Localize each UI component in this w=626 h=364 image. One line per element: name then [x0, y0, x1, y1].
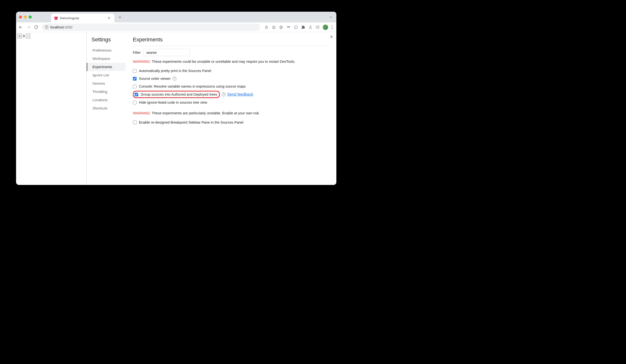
experiment-label: Source order viewer [139, 77, 171, 80]
send-feedback-link[interactable]: Send feedback [227, 92, 253, 97]
page-pane: + 0 - [16, 32, 87, 185]
kebab-menu-icon[interactable] [331, 25, 332, 29]
url-text: localhost:4200 [50, 25, 72, 29]
warning-1: WARNING: These experiments could be unst… [133, 60, 329, 64]
experiment-checkbox[interactable] [133, 77, 137, 80]
experiment-label: Automatically pretty print in the Source… [139, 69, 211, 73]
experiment-row: Hide ignore-listed code in sources tree … [133, 99, 207, 106]
sidebar-item-preferences[interactable]: Preferences [91, 46, 126, 55]
experiment-row: Enable re-designed Breakpoint Sidebar Pa… [133, 118, 243, 126]
experiment-label: Hide ignore-listed code in sources tree … [139, 101, 207, 104]
experiment-row: Source order viewer [133, 75, 171, 82]
settings-main: Experiments Filter WARNING: These experi… [126, 32, 336, 185]
settings-title: Settings [91, 36, 126, 43]
sidebar-item-throttling[interactable]: Throttling [91, 88, 126, 96]
maximize-window-button[interactable] [29, 16, 32, 18]
browser-tab[interactable]: DemoAngular ✕ [51, 14, 114, 22]
warning-2: WARNING: These experiments are particula… [133, 111, 329, 115]
experiment-checkbox[interactable] [133, 85, 137, 88]
angular-icon [54, 16, 58, 20]
svg-point-9 [280, 26, 283, 29]
extension-icons [263, 25, 334, 30]
extension-icon-3[interactable] [294, 25, 298, 29]
sidebar-item-workspace[interactable]: Workspace [91, 55, 126, 63]
toolbar: localhost:4200 [16, 22, 336, 32]
experiment-row: Automatically pretty print in the Source… [133, 67, 211, 75]
experiment-label: Enable re-designed Breakpoint Sidebar Pa… [139, 120, 243, 124]
sidebar-item-ignore-list[interactable]: Ignore List [91, 71, 126, 79]
filter-label: Filter [133, 51, 141, 55]
devtools-settings-panel: ✕ Settings PreferencesWorkspaceExperimen… [87, 32, 336, 185]
extensions-puzzle-icon[interactable] [301, 25, 305, 29]
labs-flask-icon[interactable] [309, 25, 312, 29]
svg-line-15 [287, 27, 287, 27]
close-window-button[interactable] [19, 16, 22, 18]
extension-icon-2[interactable] [286, 25, 291, 29]
svg-point-11 [281, 27, 282, 27]
share-icon[interactable] [265, 25, 269, 29]
minimize-window-button[interactable] [24, 16, 27, 18]
forward-button[interactable] [26, 25, 31, 30]
browser-window: DemoAngular ✕ ＋ localhost:4200 [16, 12, 336, 185]
svg-rect-7 [265, 27, 268, 29]
svg-marker-8 [272, 26, 275, 29]
address-bar[interactable]: localhost:4200 [42, 24, 260, 31]
new-tab-button[interactable]: ＋ [118, 14, 122, 20]
tab-strip: DemoAngular ✕ ＋ [16, 12, 336, 22]
back-button[interactable] [18, 25, 23, 30]
settings-sidebar: Settings PreferencesWorkspaceExperiments… [87, 32, 126, 185]
svg-point-22 [331, 28, 332, 29]
bookmark-star-icon[interactable] [272, 25, 276, 29]
experiment-label: Console: Resolve variable names in expre… [139, 84, 246, 88]
sidebar-item-shortcuts[interactable]: Shortcuts [91, 104, 126, 112]
experiments-heading: Experiments [133, 36, 329, 46]
counter-widget: + 0 - [18, 34, 85, 38]
increment-button[interactable]: + [18, 34, 22, 38]
svg-point-20 [331, 25, 332, 26]
svg-line-16 [290, 27, 290, 27]
site-info-icon[interactable] [45, 25, 48, 29]
svg-point-10 [280, 27, 281, 27]
close-settings-icon[interactable]: ✕ [330, 35, 333, 39]
experiment-row: Group sources into Authored and Deployed… [133, 91, 220, 98]
profile-avatar[interactable] [323, 25, 328, 30]
window-controls [19, 16, 32, 18]
experiment-checkbox[interactable] [133, 69, 137, 73]
sidebar-item-experiments[interactable]: Experiments [87, 63, 126, 71]
svg-rect-18 [316, 26, 319, 29]
experiment-checkbox[interactable] [133, 121, 137, 124]
reload-button[interactable] [34, 25, 39, 29]
tab-list-chevron-icon[interactable] [329, 15, 332, 19]
sidebar-item-locations[interactable]: Locations [91, 96, 126, 104]
svg-point-12 [287, 27, 288, 28]
close-tab-icon[interactable]: ✕ [107, 16, 112, 20]
experiment-checkbox[interactable] [133, 101, 137, 104]
experiment-row: Console: Resolve variable names in expre… [133, 82, 246, 90]
help-icon[interactable]: ? [222, 92, 226, 96]
experiment-label: Group sources into Authored and Deployed… [141, 92, 217, 96]
experiment-checkbox[interactable] [135, 93, 138, 96]
svg-point-6 [46, 26, 47, 27]
decrement-button[interactable]: - [26, 34, 30, 38]
sidebar-item-devices[interactable]: Devices [91, 79, 126, 88]
extension-icon-1[interactable] [279, 25, 283, 29]
content-area: + 0 - ✕ Settings PreferencesWorkspaceExp… [16, 32, 336, 185]
help-icon[interactable]: ? [173, 77, 176, 80]
counter-value: 0 [22, 34, 25, 38]
tab-title: DemoAngular [60, 16, 105, 20]
side-panel-icon[interactable] [316, 25, 319, 29]
svg-point-21 [331, 27, 332, 28]
filter-row: Filter [133, 49, 329, 56]
svg-point-13 [289, 27, 290, 28]
filter-input[interactable] [144, 49, 190, 56]
